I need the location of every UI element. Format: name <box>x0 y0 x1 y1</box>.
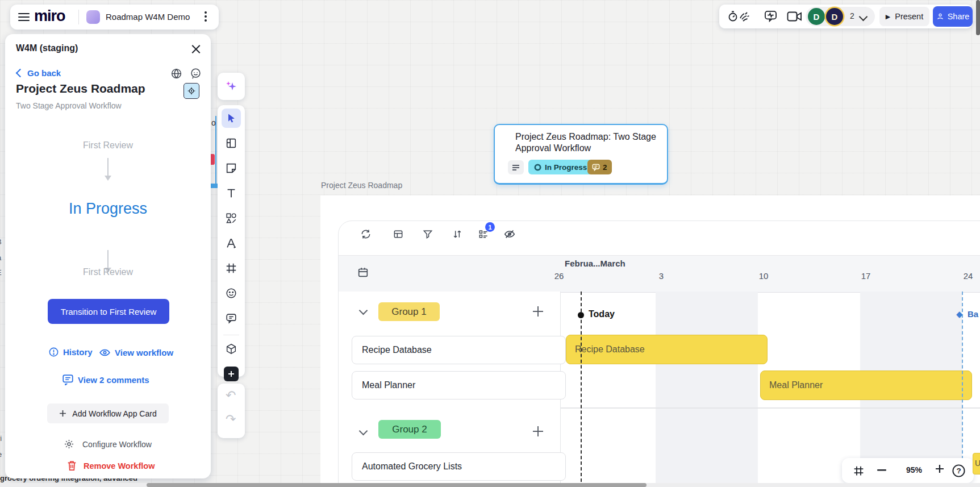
plus-icon <box>59 410 66 417</box>
configure-workflow-button[interactable]: Configure Workflow <box>64 439 152 449</box>
status-badge[interactable]: In Progress <box>528 160 593 174</box>
table-view-icon[interactable] <box>391 227 405 241</box>
view-workflow-link[interactable]: View workflow <box>99 347 173 359</box>
redo-icon[interactable]: ↷ <box>226 412 236 427</box>
history-link[interactable]: History <box>48 347 93 357</box>
collaborator-count: 2 <box>850 11 854 20</box>
group-chip[interactable]: Group 1 <box>378 302 440 321</box>
trash-icon <box>67 460 77 471</box>
workflow-state-next[interactable]: First Review <box>5 267 211 277</box>
group-chip[interactable]: Group 2 <box>378 420 441 439</box>
remove-workflow-button[interactable]: Remove Workflow <box>67 460 155 471</box>
sync-icon[interactable] <box>359 227 373 241</box>
milestone-label[interactable]: Ba <box>968 309 978 319</box>
workflow-arrow <box>107 158 109 180</box>
gantt-bar[interactable]: Recipe Database <box>566 335 768 364</box>
main-toolbar <box>218 105 245 377</box>
collab-bar: D D 2 ▶ Present Share <box>719 5 973 28</box>
vertical-scrollbar-thumb[interactable] <box>976 0 980 35</box>
date-tick: 10 <box>759 271 769 281</box>
ai-sparkles-icon[interactable] <box>224 80 238 93</box>
view-comments-label: View 2 comments <box>78 375 149 385</box>
app-card-title: Project Zeus Roadmap: Two Stage Approval… <box>515 131 657 154</box>
templates-tool[interactable] <box>222 134 241 153</box>
filter-icon[interactable] <box>421 227 435 241</box>
select-tool[interactable] <box>222 109 241 128</box>
today-line <box>581 292 582 487</box>
present-button[interactable]: ▶ Present <box>879 7 929 26</box>
undo-icon[interactable]: ↶ <box>226 388 236 403</box>
status-label: In Progress <box>545 163 587 172</box>
today-label: Today <box>589 309 615 319</box>
zoom-out-icon[interactable] <box>877 464 887 476</box>
configure-label: Configure Workflow <box>82 440 152 449</box>
zoom-in-icon[interactable] <box>935 464 944 473</box>
sticky-note-tool[interactable] <box>222 159 241 178</box>
hidden-text-fragment: o <box>211 118 216 127</box>
avatar-active[interactable]: D <box>826 8 843 25</box>
fields-badge: 1 <box>485 222 495 232</box>
date-tick: 24 <box>964 271 973 281</box>
panel-title: W4M (staging) <box>16 43 78 53</box>
chevron-down-icon[interactable] <box>859 13 868 22</box>
comment-badge[interactable]: 2 <box>587 160 612 174</box>
transition-button[interactable]: Transition to First Review <box>48 299 169 324</box>
chevron-left-icon <box>16 69 25 78</box>
board-title[interactable]: Roadmap W4M Demo <box>106 12 190 22</box>
svg-text:?: ? <box>956 467 961 475</box>
workflow-state-current[interactable]: In Progress <box>5 200 211 218</box>
fit-to-screen-icon[interactable] <box>852 464 865 477</box>
sort-icon[interactable] <box>451 227 464 241</box>
week-band <box>656 292 758 487</box>
collaborators-group[interactable]: D D 2 <box>806 7 875 26</box>
canvas-text-fragment: a <box>0 253 4 262</box>
zoom-level[interactable]: 95% <box>900 465 928 474</box>
globe-icon[interactable] <box>170 67 182 80</box>
frames-tool[interactable] <box>222 259 241 278</box>
workflow-app-card[interactable]: Project Zeus Roadmap: Two Stage Approval… <box>494 124 668 185</box>
task-row[interactable]: Meal Planner <box>352 371 566 399</box>
milestone-diamond-icon[interactable]: ◆ <box>956 309 963 319</box>
main-menu-icon[interactable] <box>18 13 30 21</box>
board-icon[interactable] <box>86 10 100 24</box>
add-workflow-app-card-button[interactable]: Add Workflow App Card <box>47 403 169 423</box>
reactions-timer-icon[interactable] <box>727 10 750 23</box>
gantt-bar[interactable]: Meal Planner <box>760 371 972 400</box>
board-menu-icon[interactable] <box>205 11 207 22</box>
apps-tool[interactable] <box>222 339 241 359</box>
description-icon[interactable] <box>508 160 524 174</box>
go-back-label: Go back <box>27 68 61 78</box>
miro-logo[interactable]: miro <box>34 7 65 25</box>
history-label: History <box>63 347 93 357</box>
add-tools-button[interactable] <box>222 364 241 384</box>
workflow-panel: W4M (staging) Go back Project Zeus Roadm… <box>5 34 211 478</box>
calendar-icon[interactable] <box>356 265 370 279</box>
workflow-state-prev[interactable]: First Review <box>5 140 211 151</box>
eye-off-icon[interactable] <box>503 227 516 241</box>
task-row[interactable]: Recipe Database <box>352 336 566 364</box>
video-chat-icon[interactable] <box>786 11 802 22</box>
help-icon[interactable]: ? <box>951 463 966 478</box>
toolbar-divider <box>223 335 239 335</box>
shapes-tool[interactable] <box>222 209 241 228</box>
horizontal-scrollbar-thumb[interactable] <box>147 483 647 487</box>
view-comments-link[interactable]: View 2 comments <box>62 374 149 385</box>
frame-title[interactable]: Project Zeus Roadmap <box>321 181 402 190</box>
share-button[interactable]: Share <box>933 6 973 27</box>
person-icon <box>936 13 944 20</box>
date-tick: 3 <box>659 271 664 281</box>
comments-tool[interactable] <box>222 309 241 328</box>
pen-tool[interactable] <box>222 234 241 253</box>
ai-toolbar <box>218 73 245 100</box>
go-back-link[interactable]: Go back <box>17 68 61 78</box>
date-tick: 26 <box>554 271 564 281</box>
locate-button[interactable] <box>184 83 199 99</box>
feedback-icon[interactable] <box>764 10 777 23</box>
stickers-tool[interactable] <box>222 284 241 303</box>
text-tool[interactable] <box>222 184 241 203</box>
canvas-text-fragment: B <box>0 238 5 246</box>
avatar[interactable]: D <box>808 8 825 25</box>
task-row[interactable]: Automated Grocery Lists <box>352 452 566 481</box>
history-icon <box>48 347 59 357</box>
feedback-smiley-icon[interactable] <box>189 67 202 80</box>
